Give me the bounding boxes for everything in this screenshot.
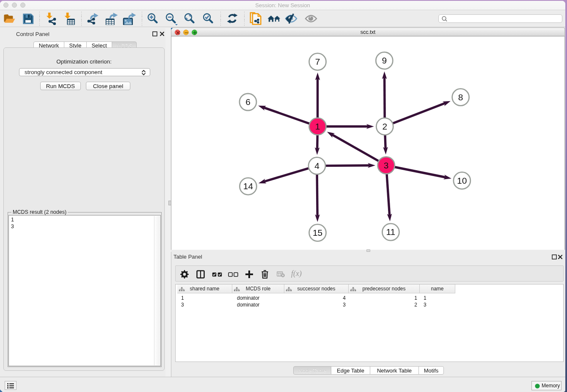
svg-text:9: 9 [382,55,387,65]
svg-text:10: 10 [457,176,467,185]
svg-text:14: 14 [243,181,253,191]
svg-text:6: 6 [245,97,250,107]
svg-text:2: 2 [382,121,387,131]
svg-text:4: 4 [314,161,319,171]
svg-text:1: 1 [315,121,320,131]
svg-text:15: 15 [313,228,322,237]
svg-text:11: 11 [386,227,395,237]
svg-text:8: 8 [458,92,463,102]
svg-text:3: 3 [384,160,389,170]
svg-text:7: 7 [315,57,320,66]
